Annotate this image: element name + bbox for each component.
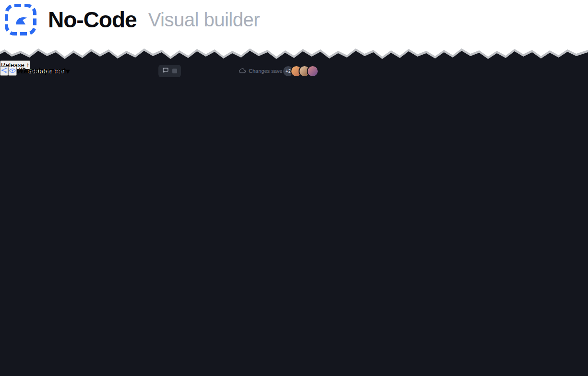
cloud-check-icon [239,68,246,74]
eye-icon [9,68,16,73]
brand-subtitle: Visual builder [148,9,260,31]
preview-button[interactable] [8,67,17,76]
site-header: No-Code Visual builder [5,4,260,35]
comment-toolbar [158,65,181,77]
avatar[interactable] [307,65,319,77]
share-icon [1,67,7,73]
top-toolbar: Editable title Changes saved +2 Ver Ve [0,60,588,82]
changes-saved-label: Changes saved [249,68,285,74]
share-preview-group [0,60,17,82]
chevron-down-icon: ▾ [66,67,70,76]
collaborator-avatars[interactable]: +2 [282,60,319,82]
screen: ⚙ Editable title Changes saved +2 [0,0,588,376]
panel-toggle-icon[interactable] [172,69,177,73]
brand-title: No-Code [48,7,137,33]
nocode-logo-icon [5,4,36,35]
comment-icon[interactable] [162,67,169,75]
share-button[interactable] [0,66,8,76]
app-background [0,43,588,376]
env-name: Development [21,67,66,75]
changes-saved-indicator: Changes saved [239,60,285,82]
